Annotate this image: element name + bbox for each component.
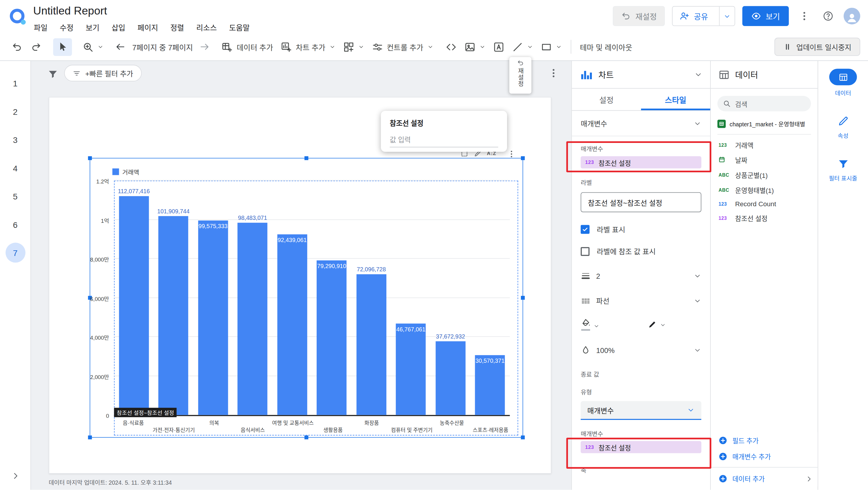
share-button-main[interactable]: 공유 xyxy=(673,6,715,25)
add-component-button[interactable] xyxy=(339,38,368,56)
page-button[interactable]: 6 xyxy=(5,214,25,234)
bar[interactable]: 37,672,932 xyxy=(435,342,465,415)
field-row[interactable]: 123참조선 설정 xyxy=(711,211,817,226)
canvas[interactable]: +빠른 필터 추가 재설정 A↓Z xyxy=(31,61,571,490)
selection-handle[interactable] xyxy=(521,296,525,299)
show-ref-value-checkbox-row[interactable]: 라벨에 참조 값 표시 xyxy=(581,246,701,257)
selection-handle[interactable] xyxy=(304,436,308,439)
bar[interactable]: 79,290,910 xyxy=(317,260,346,415)
checkbox-empty-icon[interactable] xyxy=(581,247,590,256)
rail-properties-button[interactable]: 속성 xyxy=(836,114,850,140)
add-control-button[interactable]: 컨트롤 추가 xyxy=(368,38,437,56)
menu-item[interactable]: 삽입 xyxy=(105,21,131,34)
menu-item[interactable]: 도움말 xyxy=(223,21,256,34)
share-button[interactable]: 공유 xyxy=(672,6,735,26)
add-data-button[interactable]: 데이터 추가 xyxy=(711,470,817,486)
tab-style[interactable]: 스타일 xyxy=(641,89,710,110)
bar[interactable]: 99,575,333 xyxy=(198,221,228,415)
field-row[interactable]: 123Record Count xyxy=(711,197,817,211)
border-color-picker[interactable] xyxy=(647,319,666,329)
text-button[interactable] xyxy=(489,38,508,56)
previous-page-icon[interactable] xyxy=(115,41,126,52)
collapse-panel-button[interactable] xyxy=(805,475,813,486)
field-row[interactable]: 123거래액 xyxy=(711,137,817,152)
rail-data-button[interactable]: 데이터 xyxy=(829,69,857,97)
bar[interactable]: 101,909,744 xyxy=(158,216,188,415)
reset-button[interactable]: 재설정 xyxy=(613,6,665,26)
menu-item[interactable]: 페이지 xyxy=(131,21,164,34)
bar[interactable]: 112,077,416 xyxy=(119,196,149,415)
menu-item[interactable]: 리소스 xyxy=(190,21,223,34)
page-button[interactable]: 1 xyxy=(5,73,25,93)
line-weight-dropdown[interactable]: 2 xyxy=(581,271,701,281)
page-button[interactable]: 4 xyxy=(5,158,25,178)
quick-filter-chip[interactable]: +빠른 필터 추가 xyxy=(64,65,141,81)
cursor-tool-button[interactable] xyxy=(53,38,72,56)
pause-updates-button[interactable]: 업데이트 일시중지 xyxy=(774,37,860,56)
bar[interactable]: 30,570,371 xyxy=(475,355,505,415)
add-chart-button[interactable]: 차트 추가 xyxy=(277,38,339,56)
selection-handle[interactable] xyxy=(304,156,308,160)
page-button[interactable]: 5 xyxy=(5,186,25,206)
reference-value-input[interactable]: 값 입력 xyxy=(390,134,498,147)
report-title[interactable]: Untitled Report xyxy=(33,4,107,17)
zoom-tool-button[interactable] xyxy=(79,38,107,56)
user-avatar[interactable] xyxy=(844,8,860,24)
add-field-button[interactable]: 필드 추가 xyxy=(711,432,817,448)
field-search-input[interactable]: 검색 xyxy=(717,96,811,111)
rail-filter-bar-button[interactable]: 필터 표시줄 xyxy=(829,156,857,182)
theme-layout-button[interactable]: 테마 및 레이아웃 xyxy=(576,38,636,56)
page-indicator[interactable]: 7페이지 중 7페이지 xyxy=(132,41,193,52)
parameter-chip[interactable]: 123 참조선 설정 xyxy=(581,156,701,168)
type-select[interactable]: 매개변수 xyxy=(581,401,701,420)
view-button[interactable]: 보기 xyxy=(742,6,789,26)
bar[interactable]: 46,767,061 xyxy=(396,324,426,415)
line-button[interactable] xyxy=(508,38,536,56)
bar-chart[interactable]: A↓Z 거래액 02,000만4,000만6,000만8,000만1억1.2억 … xyxy=(90,158,523,438)
reset-overlay[interactable]: 재설정 xyxy=(509,57,532,94)
data-source-row[interactable]: chapter1_market - 운영형태별 xyxy=(717,119,811,135)
chart-more-button[interactable] xyxy=(507,150,516,161)
chevron-down-icon[interactable] xyxy=(694,70,703,79)
bar[interactable]: 92,439,061 xyxy=(277,234,307,415)
looker-studio-logo-icon[interactable] xyxy=(8,6,28,26)
next-page-icon[interactable] xyxy=(199,41,210,52)
parameter-chip[interactable]: 123 참조선 설정 xyxy=(581,441,701,453)
tab-setup[interactable]: 설정 xyxy=(572,89,641,110)
undo-button[interactable] xyxy=(8,38,27,56)
selection-handle[interactable] xyxy=(521,156,525,160)
image-button[interactable] xyxy=(460,38,489,56)
url-embed-button[interactable] xyxy=(441,38,460,56)
selection-handle[interactable] xyxy=(88,436,92,439)
share-menu-caret[interactable] xyxy=(719,6,735,25)
line-style-dropdown[interactable]: 파선 xyxy=(581,295,701,306)
reference-line-label[interactable]: 참조선 설정~참조선 설정 xyxy=(114,408,177,417)
bar[interactable]: 98,483,071 xyxy=(238,223,268,415)
menu-item[interactable]: 파일 xyxy=(28,21,54,34)
help-button[interactable] xyxy=(820,8,836,24)
redo-button[interactable] xyxy=(27,38,45,56)
page-button[interactable]: 7 xyxy=(5,242,25,262)
page-button[interactable]: 2 xyxy=(5,102,25,121)
menu-item[interactable]: 보기 xyxy=(80,21,105,34)
canvas-more-button[interactable] xyxy=(548,67,559,81)
menu-item[interactable]: 정렬 xyxy=(164,21,190,34)
more-options-button[interactable] xyxy=(796,8,813,24)
field-row[interactable]: ABC상품군별(1) xyxy=(711,167,817,182)
shape-button[interactable] xyxy=(537,38,565,56)
selection-handle[interactable] xyxy=(521,436,525,439)
page-button[interactable]: 3 xyxy=(5,129,25,149)
checkbox-checked-icon[interactable] xyxy=(581,225,590,233)
selection-handle[interactable] xyxy=(88,156,92,160)
parameter-section-row[interactable]: 매개변수 xyxy=(572,111,710,136)
fill-color-picker[interactable] xyxy=(581,318,599,331)
add-parameter-button[interactable]: 매개변수 추가 xyxy=(711,448,817,464)
expand-page-rail-button[interactable] xyxy=(10,471,21,483)
opacity-dropdown[interactable]: 100% xyxy=(581,345,701,355)
menu-item[interactable]: 수정 xyxy=(54,21,80,34)
bar[interactable]: 72,096,728 xyxy=(356,274,386,415)
field-row[interactable]: 날짜 xyxy=(711,152,817,168)
add-data-button[interactable]: 데이터 추가 xyxy=(218,38,277,56)
show-label-checkbox-row[interactable]: 라벨 표시 xyxy=(581,224,701,234)
field-row[interactable]: ABC운영형태별(1) xyxy=(711,182,817,197)
